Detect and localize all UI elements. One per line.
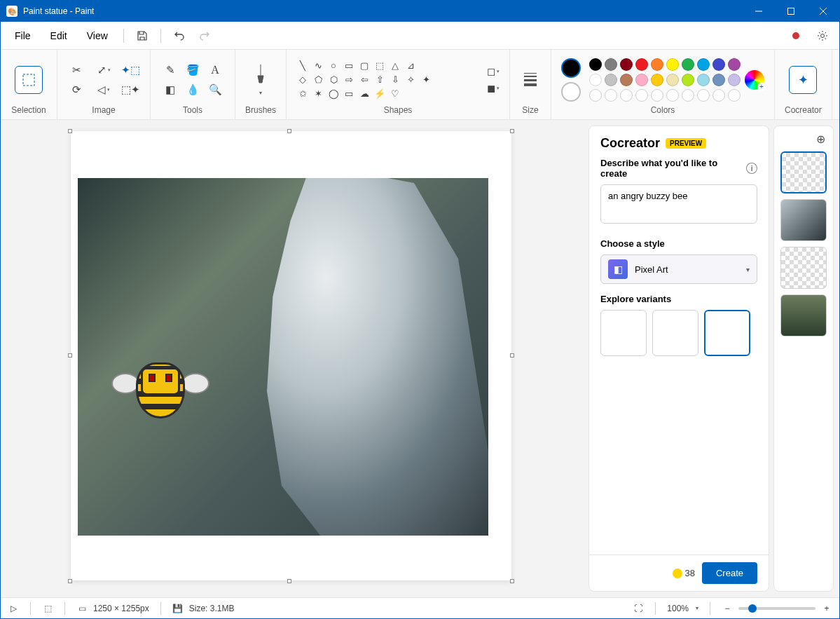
layer-thumb-4[interactable] <box>780 294 827 336</box>
color-swatch-empty[interactable] <box>589 89 602 102</box>
record-indicator[interactable] <box>785 25 807 46</box>
variant-1[interactable] <box>600 310 647 356</box>
color-swatch[interactable] <box>651 74 663 86</box>
eyedropper-tool[interactable]: 💧 <box>183 81 202 98</box>
color-swatch[interactable] <box>651 58 663 71</box>
create-button[interactable]: Create <box>702 562 757 584</box>
canvas[interactable] <box>71 131 511 580</box>
file-size: Size: 3.1MB <box>189 604 235 613</box>
shape-fill-dropdown[interactable]: ◼▾ <box>487 82 500 95</box>
edit-colors-button[interactable] <box>745 70 764 90</box>
eraser-tool[interactable]: ◧ <box>160 81 180 98</box>
cocreator-button[interactable]: ✦ <box>785 63 821 97</box>
brushes-dropdown[interactable]: ▾ <box>247 60 274 99</box>
variant-2[interactable] <box>652 310 698 356</box>
color-swatch[interactable] <box>589 58 602 71</box>
redo-button[interactable] <box>193 25 216 46</box>
settings-button[interactable] <box>811 25 834 46</box>
shape-outline-dropdown[interactable]: ◻▾ <box>487 65 500 78</box>
color-swatch[interactable] <box>635 58 648 71</box>
close-button[interactable] <box>807 1 839 22</box>
color-swatch[interactable] <box>620 58 633 71</box>
layer-thumb-2[interactable] <box>780 199 827 241</box>
zoom-out-button[interactable]: − <box>722 604 733 613</box>
color-swatch[interactable] <box>712 74 725 86</box>
style-dropdown[interactable]: ◧ Pixel Art ▾ <box>600 254 757 284</box>
canvas-area[interactable] <box>1 120 588 597</box>
chevron-down-icon: ▾ <box>746 266 750 273</box>
window-title: Paint statue - Paint <box>23 6 94 16</box>
color-swatch[interactable] <box>712 58 725 71</box>
color-swatch-empty[interactable] <box>682 89 694 102</box>
svg-rect-1 <box>788 8 794 15</box>
color-swatch-empty[interactable] <box>697 89 710 102</box>
menu-file[interactable]: File <box>6 26 39 46</box>
color-swatch[interactable] <box>666 58 679 71</box>
fill-tool[interactable]: 🪣 <box>183 62 202 79</box>
menu-view[interactable]: View <box>78 26 116 46</box>
zoom-slider[interactable] <box>738 607 815 610</box>
selection-tool[interactable] <box>11 63 47 97</box>
color-swatch[interactable] <box>682 74 694 86</box>
zoom-level: 100% <box>667 604 689 613</box>
color-swatch-empty[interactable] <box>651 89 663 102</box>
add-layer-button[interactable]: ⊕ <box>813 132 827 146</box>
menu-edit[interactable]: Edit <box>42 26 76 46</box>
primary-color[interactable] <box>561 58 581 78</box>
maximize-button[interactable] <box>775 1 807 22</box>
ribbon-group-selection: Selection <box>1 50 57 119</box>
magnifier-tool[interactable]: 🔍 <box>205 81 225 98</box>
color-swatch[interactable] <box>682 58 694 71</box>
preview-badge: PREVIEW <box>666 138 706 149</box>
color-swatch[interactable] <box>728 74 741 86</box>
cursor-icon: ▷ <box>8 604 19 613</box>
workspace: Cocreator PREVIEW Describe what you'd li… <box>1 120 839 597</box>
image-gen-tool[interactable]: ✦⬚ <box>121 62 140 79</box>
color-swatch[interactable] <box>728 58 741 71</box>
bee-sprite <box>118 352 202 429</box>
fit-screen-icon[interactable]: ⛶ <box>633 604 644 613</box>
color-swatch[interactable] <box>620 74 633 86</box>
remove-bg-tool[interactable]: ⬚✦ <box>121 81 140 98</box>
zoom-in-button[interactable]: + <box>821 604 832 613</box>
color-swatch-empty[interactable] <box>728 89 741 102</box>
ribbon-group-image: ✂ ⤢▾ ✦⬚ ⟳ ◁▾ ⬚✦ Image <box>57 50 151 119</box>
canvas-content <box>78 178 488 536</box>
color-swatch-empty[interactable] <box>620 89 633 102</box>
color-swatch[interactable] <box>605 58 617 71</box>
layer-thumb-3[interactable] <box>780 247 827 289</box>
shapes-gallery[interactable]: ╲∿○▭▢⬚△⊿ ◇⬠⬡⇨⇦⇧⇩✧✦ ✩✶◯▭☁⚡♡ <box>296 60 478 100</box>
save-button[interactable] <box>131 25 153 46</box>
filesize-icon: 💾 <box>172 604 184 613</box>
color-swatch-empty[interactable] <box>666 89 679 102</box>
layer-thumb-1[interactable] <box>780 151 827 193</box>
resize-tool[interactable]: ⤢▾ <box>94 62 113 79</box>
app-icon: 🎨 <box>6 6 18 17</box>
color-swatch-empty[interactable] <box>605 89 617 102</box>
color-swatch[interactable] <box>666 74 679 86</box>
undo-button[interactable] <box>168 25 191 46</box>
secondary-color[interactable] <box>561 82 581 102</box>
color-swatch-empty[interactable] <box>635 89 648 102</box>
info-icon[interactable]: i <box>746 163 757 174</box>
size-dropdown[interactable] <box>520 69 541 90</box>
color-swatch[interactable] <box>697 74 710 86</box>
menu-bar: File Edit View <box>1 22 839 50</box>
color-swatch[interactable] <box>589 74 602 86</box>
ribbon-group-brushes: ▾ Brushes <box>235 50 287 119</box>
rotate-tool[interactable]: ⟳ <box>67 81 87 98</box>
color-swatch[interactable] <box>635 74 648 86</box>
ribbon-group-layers: Layers <box>832 50 840 119</box>
crop-tool[interactable]: ✂ <box>67 62 87 79</box>
color-swatch[interactable] <box>697 58 710 71</box>
color-swatch[interactable] <box>605 74 617 86</box>
variant-3[interactable] <box>704 310 750 356</box>
style-icon: ◧ <box>608 259 628 279</box>
color-swatch-empty[interactable] <box>712 89 725 102</box>
pencil-tool[interactable]: ✎ <box>160 62 180 79</box>
minimize-button[interactable] <box>743 1 775 22</box>
text-tool[interactable]: A <box>205 62 225 79</box>
cocreator-title: Cocreator <box>600 136 660 151</box>
prompt-input[interactable] <box>600 184 757 224</box>
flip-tool[interactable]: ◁▾ <box>94 81 113 98</box>
